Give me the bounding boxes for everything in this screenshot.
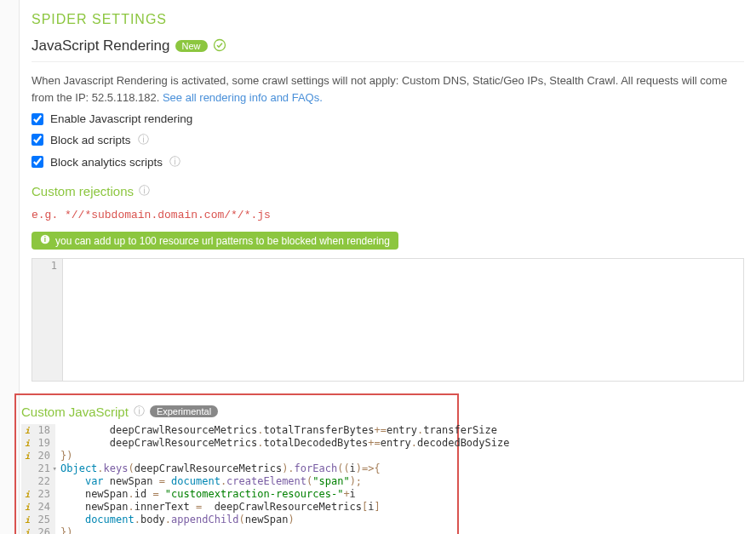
- code-line: i23 newSpan.id = "customextraction-resou…: [21, 488, 507, 501]
- custom-rejections-header: Custom rejections ⓘ: [32, 183, 744, 198]
- info-icon[interactable]: ⓘ: [134, 404, 145, 419]
- rejections-example: e.g. *//*subdomain.domain.com/*/*.js: [32, 204, 744, 227]
- new-badge: New: [175, 40, 208, 52]
- code-content[interactable]: deepCrawlResourceMetrics.totalTransferBy…: [55, 424, 507, 437]
- code-line: 21▾Object.keys(deepCrawlResourceMetrics)…: [21, 462, 507, 475]
- enable-js-label: Enable Javascript rendering: [50, 112, 192, 125]
- gutter-cell: i20: [21, 450, 55, 462]
- code-content[interactable]: Object.keys(deepCrawlResourceMetrics).fo…: [55, 462, 507, 475]
- code-line: i18 deepCrawlResourceMetrics.totalTransf…: [21, 424, 507, 437]
- rejections-editor[interactable]: 1: [32, 258, 744, 382]
- check-circle-icon: [213, 38, 226, 55]
- warning-icon: i: [25, 437, 30, 450]
- gutter-cell: i26: [21, 526, 55, 534]
- gutter-cell: 21▾: [21, 462, 55, 475]
- block-ads-row: Block ad scripts ⓘ: [32, 132, 744, 147]
- editor-gutter: 1: [32, 259, 63, 381]
- enable-js-row: Enable Javascript rendering: [32, 112, 744, 125]
- block-ads-label: Block ad scripts: [50, 134, 131, 146]
- code-content[interactable]: document.body.appendChild(newSpan): [55, 514, 507, 526]
- info-icon[interactable]: ⓘ: [169, 154, 180, 169]
- settings-panel: SPIDER SETTINGS JavaScript Rendering New…: [19, 0, 756, 534]
- gutter-cell: i18: [21, 424, 55, 437]
- custom-js-title: Custom JavaScript: [21, 405, 129, 419]
- gutter-cell: i25: [21, 514, 55, 526]
- custom-js-header: Custom JavaScript ⓘ Experimental: [21, 404, 452, 419]
- editor-content[interactable]: [63, 259, 743, 381]
- code-content[interactable]: var newSpan = document.createElement("sp…: [55, 475, 507, 488]
- code-line: i25 document.body.appendChild(newSpan): [21, 514, 507, 526]
- code-content[interactable]: deepCrawlResourceMetrics.totalDecodedByt…: [55, 437, 509, 450]
- section-title: JavaScript Rendering: [32, 37, 170, 55]
- block-ads-checkbox[interactable]: [32, 134, 43, 146]
- code-content[interactable]: newSpan.innerText = deepCrawlResourceMet…: [55, 501, 507, 514]
- warning-icon: i: [25, 501, 30, 514]
- block-analytics-label: Block analytics scripts: [50, 156, 163, 169]
- custom-js-frame: Custom JavaScript ⓘ Experimental i18 dee…: [14, 393, 459, 534]
- code-content[interactable]: }): [55, 526, 507, 534]
- custom-js-editor[interactable]: i18 deepCrawlResourceMetrics.totalTransf…: [21, 424, 507, 534]
- svg-text:i: i: [44, 236, 46, 244]
- gutter-cell: i23: [21, 488, 55, 501]
- custom-rejections-title: Custom rejections: [32, 184, 134, 198]
- warning-icon: i: [25, 514, 30, 526]
- rendering-note: When Javascript Rendering is activated, …: [32, 72, 744, 106]
- block-analytics-row: Block analytics scripts ⓘ: [32, 154, 744, 169]
- info-solid-icon: i: [40, 234, 50, 247]
- code-line: i20}): [21, 450, 507, 462]
- note-text: When Javascript Rendering is activated, …: [32, 74, 727, 104]
- enable-js-checkbox[interactable]: [32, 113, 43, 125]
- block-analytics-checkbox[interactable]: [32, 156, 43, 168]
- section-header: JavaScript Rendering New: [32, 37, 744, 55]
- code-content[interactable]: }): [55, 450, 507, 462]
- code-line: 22 var newSpan = document.createElement(…: [21, 475, 507, 488]
- warning-icon: i: [25, 424, 30, 437]
- fold-icon[interactable]: ▾: [53, 462, 57, 475]
- experimental-badge: Experimental: [150, 405, 218, 417]
- warning-icon: i: [25, 526, 30, 534]
- code-content[interactable]: newSpan.id = "customextraction-resources…: [55, 488, 507, 501]
- info-icon[interactable]: ⓘ: [138, 132, 149, 147]
- gutter-cell: i19: [21, 437, 55, 450]
- warning-icon: i: [25, 488, 30, 501]
- panel-title: SPIDER SETTINGS: [32, 12, 744, 27]
- info-icon[interactable]: ⓘ: [139, 183, 150, 198]
- code-line: i26}): [21, 526, 507, 534]
- rejections-hint: i you can add up to 100 resource url pat…: [32, 232, 398, 250]
- code-line: i19 deepCrawlResourceMetrics.totalDecode…: [21, 437, 507, 450]
- divider: [32, 61, 744, 62]
- hint-text: you can add up to 100 resource url patte…: [55, 235, 390, 247]
- rendering-info-link[interactable]: See all rendering info and FAQs.: [163, 91, 323, 104]
- warning-icon: i: [25, 450, 30, 462]
- gutter-cell: i24: [21, 501, 55, 514]
- code-line: i24 newSpan.innerText = deepCrawlResourc…: [21, 501, 507, 514]
- gutter-cell: 22: [21, 475, 55, 488]
